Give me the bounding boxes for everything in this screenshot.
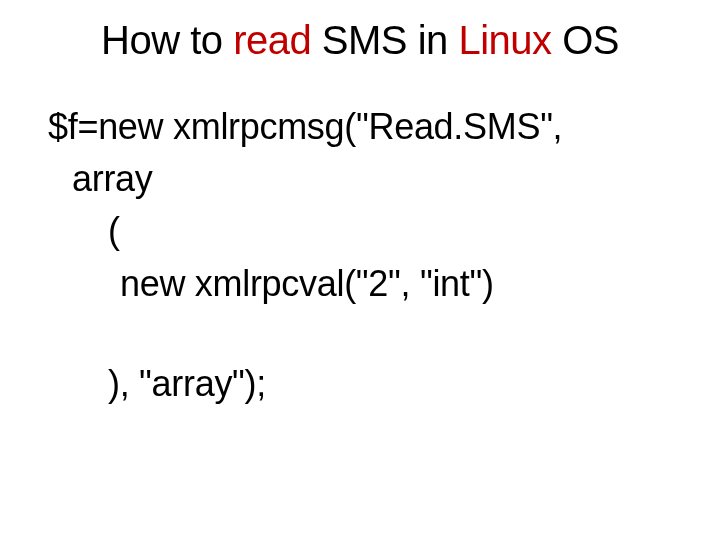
code-line-5: ), "array"); (48, 358, 672, 410)
title-text-5: OS (552, 18, 619, 62)
title-text-1: How to (101, 18, 233, 62)
code-block: $f=new xmlrpcmsg("Read.SMS", array ( new… (48, 101, 672, 410)
slide-title: How to read SMS in Linux OS (48, 18, 672, 63)
slide-container: How to read SMS in Linux OS $f=new xmlrp… (0, 0, 720, 540)
title-text-2: read (233, 18, 311, 62)
title-text-4: Linux (458, 18, 551, 62)
code-line-1: $f=new xmlrpcmsg("Read.SMS", (48, 101, 672, 153)
code-line-4: new xmlrpcval("2", "int") (48, 258, 672, 310)
title-text-3: SMS in (311, 18, 458, 62)
code-line-3: ( (48, 205, 672, 257)
code-line-2: array (48, 153, 672, 205)
